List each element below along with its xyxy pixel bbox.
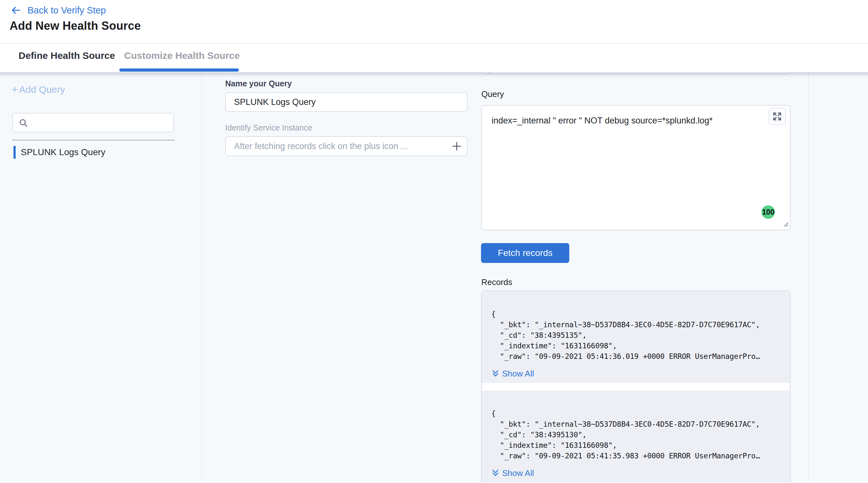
plus-icon: + [11, 83, 18, 96]
records-section-label: Records [481, 277, 513, 287]
records-list: { "_bkt": "_internal~38~D537D8B4-3EC0-4D… [481, 291, 790, 483]
show-all-label: Show All [502, 468, 534, 478]
record-json-text: { "_bkt": "_internal~38~D537D8B4-3EC0-4D… [491, 409, 781, 461]
service-instance-field-wrap [225, 136, 468, 156]
record-json-text: { "_bkt": "_internal~38~D537D8B4-3EC0-4D… [491, 309, 781, 362]
identify-service-instance-label: Identify Service Instance [225, 123, 312, 132]
add-query-button[interactable]: + Add Query [11, 83, 65, 96]
resize-grip[interactable] [781, 220, 789, 229]
name-your-query-label: Name your Query [225, 79, 292, 88]
query-section-label: Query [481, 89, 504, 99]
active-tab-indicator [119, 68, 239, 72]
search-icon [19, 118, 28, 128]
sidebar-divider-vertical [202, 72, 202, 483]
record-count-badge: 100 [762, 205, 775, 219]
page-header: Back to Verify Step Add New Health Sourc… [0, 0, 868, 72]
query-name-field[interactable] [225, 92, 468, 112]
page-title: Add New Health Source [9, 19, 141, 33]
double-chevron-down-icon [491, 469, 500, 477]
record-card: { "_bkt": "_internal~38~D537D8B4-3EC0-4D… [482, 291, 790, 383]
query-item-label: SPLUNK Logs Query [21, 147, 105, 157]
expand-query-button[interactable] [769, 108, 786, 125]
tab-customize-health-source[interactable]: Customize Health Source [124, 48, 240, 63]
show-all-label: Show All [502, 369, 534, 379]
sidebar-item-splunk-logs-query[interactable]: SPLUNK Logs Query [13, 146, 105, 159]
sidebar-list-divider [12, 140, 175, 141]
plus-icon [451, 141, 462, 152]
double-chevron-down-icon [491, 369, 500, 378]
back-link[interactable]: Back to Verify Step [10, 3, 106, 17]
header-divider [0, 43, 868, 44]
selected-indicator-bar [13, 146, 16, 159]
query-text: index=_internal " error " NOT debug sour… [492, 115, 761, 126]
fullscreen-expand-icon [772, 111, 782, 122]
right-panel-divider-vertical [808, 72, 809, 483]
show-all-link[interactable]: Show All [491, 369, 534, 379]
back-link-label: Back to Verify Step [28, 5, 106, 16]
service-instance-field[interactable] [225, 136, 468, 156]
show-all-link[interactable]: Show All [491, 468, 534, 478]
query-textarea[interactable]: index=_internal " error " NOT debug sour… [481, 105, 790, 230]
tab-define-health-source[interactable]: Define Health Source [19, 48, 115, 63]
record-card: { "_bkt": "_internal~38~D537D8B4-3EC0-4D… [482, 391, 790, 482]
query-search-box[interactable] [12, 113, 174, 132]
search-input[interactable] [28, 118, 173, 128]
add-query-label: Add Query [19, 84, 65, 95]
arrow-left-icon [10, 4, 22, 16]
add-service-instance-button[interactable] [450, 140, 463, 153]
fetch-records-button[interactable]: Fetch records [481, 243, 569, 263]
